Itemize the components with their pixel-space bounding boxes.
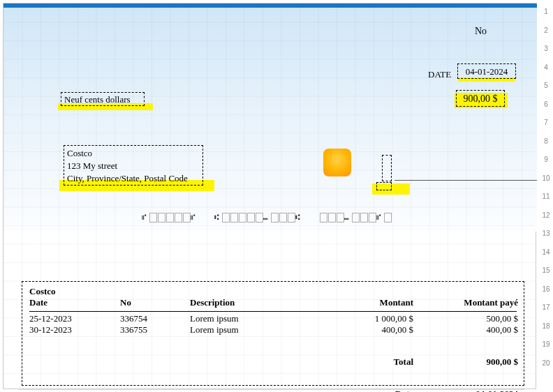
cheque-background [3,5,537,232]
col-no: No [120,297,190,308]
cell-paid: 500,00 $ [413,313,518,324]
stub-date-row: Date 04-01-2024 [29,389,517,392]
row-number: 7 [539,114,553,133]
stub-header-row: Date No Description Montant Montant payé [29,297,517,308]
row-number: 18 [539,317,553,336]
row-number: 11 [539,188,553,206]
col-amount: Montant [330,297,413,308]
stub-total-row: Total 900,00 $ [29,356,517,368]
stub-panel: Costco Date No Description Montant Monta… [22,281,524,386]
cell-desc: Lorem ipsum [190,324,330,336]
row-number: 12 [539,206,553,225]
row-number: 3 [539,40,553,59]
amount-words-field[interactable]: Neuf cents dollars [61,92,145,106]
micr-group-1: ⑈⑈ [142,213,198,223]
table-row: 25-12-2023 336754 Lorem ipsum 1 000,00 $… [29,313,517,324]
cheque-date-field[interactable]: 04-01-2024 [457,63,516,79]
footer-date-label: Date [330,389,413,392]
micr-group-2: ⑆⑉⑆ [214,213,302,223]
micr-group-3: ⑉⑈ [319,213,392,223]
row-number: 13 [539,225,553,243]
signature-marker-field[interactable] [382,155,392,181]
cell-no: 336755 [120,324,190,336]
top-accent-bar [3,3,537,8]
total-label: Total [330,356,413,368]
row-number: 15 [539,262,553,280]
cell-amount: 1 000,00 $ [330,313,413,324]
total-value: 900,00 $ [413,356,518,368]
row-number: 17 [539,299,553,317]
row-number: 10 [539,169,553,188]
cell-desc: Lorem ipsum [190,313,330,324]
row-number: 9 [539,151,553,169]
cell-no: 336754 [120,313,190,324]
row-number-gutter: 1234567891011121314151617181920 [539,3,553,389]
cell-amount: 400,00 $ [330,324,413,336]
cell-paid: 400,00 $ [413,324,518,336]
row-number: 1 [539,3,553,22]
logo-icon [323,149,351,176]
col-paid: Montant payé [413,297,518,308]
row-number: 16 [539,280,553,299]
table-row: 30-12-2023 336755 Lorem ipsum 400,00 $ 4… [29,324,517,336]
page: No DATE 04-01-2024 Neuf cents dollars 90… [3,3,536,389]
row-number: 2 [539,22,553,40]
row-number: 19 [539,336,553,354]
stub-payee: Costco [29,286,517,297]
col-desc: Description [190,297,330,308]
payee-addr1: 123 My street [67,160,200,172]
payee-address-field[interactable]: Costco 123 My street City, Province/Stat… [64,145,203,186]
signature-marker-field[interactable] [376,182,392,190]
row-number: 6 [539,96,553,114]
amount-numeric-field[interactable]: 900,00 $ [456,90,505,107]
payee-name: Costco [67,147,200,160]
row-number: 14 [539,243,553,262]
footer-date-value: 04-01-2024 [413,389,518,392]
cell-date: 30-12-2023 [29,324,120,336]
row-number: 8 [539,133,553,151]
row-number: 20 [539,354,553,373]
cell-date: 25-12-2023 [29,313,120,324]
row-number: 5 [539,77,553,96]
cheque-date-label: DATE [428,69,451,80]
payee-addr2: City, Province/State, Postal Code [67,172,200,185]
row-number: 4 [539,59,553,77]
col-date: Date [29,297,120,308]
micr-line: ⑈⑈ ⑆⑉⑆ ⑉⑈ [142,213,392,223]
stub-divider [29,311,517,312]
cheque-no-label: No [475,26,487,37]
signature-line [395,180,537,181]
